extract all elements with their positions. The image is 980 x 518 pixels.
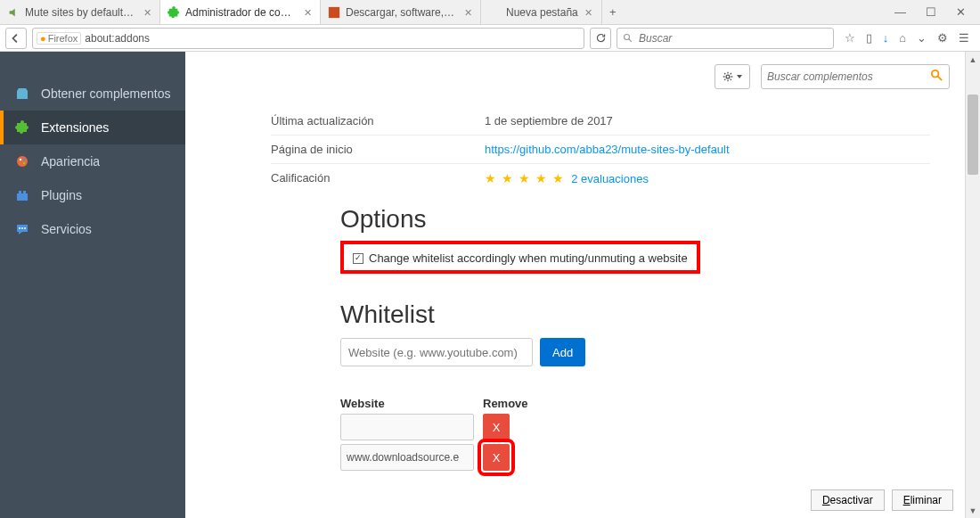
meta-label: Última actualización [271, 114, 485, 127]
sidebar-item-label: Apariencia [41, 154, 100, 169]
svg-point-13 [726, 75, 730, 78]
sidebar-item-label: Extensiones [41, 120, 109, 135]
whitelist-title: Whitelist [340, 300, 925, 329]
dev-icon[interactable]: ⚙ [937, 31, 948, 45]
sidebar-toggle-icon[interactable]: ▯ [866, 31, 872, 45]
homepage-link[interactable]: https://github.com/abba23/mute-sites-by-… [485, 143, 730, 156]
volume-off-icon [7, 6, 20, 19]
url-bar[interactable]: ● Firefox about:addons [32, 28, 584, 49]
sidebar-item-label: Servicios [41, 222, 92, 236]
addon-search-box[interactable] [761, 64, 950, 89]
highlight-annotation: ✓ Change whitelist accordingly when muti… [340, 241, 700, 274]
blank-icon [488, 6, 501, 19]
scroll-thumb[interactable] [968, 95, 978, 175]
scroll-down-button[interactable]: ▼ [966, 503, 980, 518]
sidebar-item-label: Plugins [41, 188, 82, 202]
reload-button[interactable] [590, 28, 611, 49]
home-icon[interactable]: ⌂ [899, 31, 906, 45]
tab-label: Nueva pestaña [506, 6, 578, 19]
search-icon[interactable] [930, 69, 943, 85]
meta-label: Calificación [271, 171, 485, 185]
meta-value: 1 de septiembre de 2017 [485, 114, 930, 127]
remove-button[interactable]: EEliminarliminar [892, 489, 953, 511]
sidebar-item-plugins[interactable]: Plugins [0, 178, 185, 212]
search-icon [623, 33, 633, 44]
store-icon [14, 86, 30, 102]
svg-point-14 [932, 70, 939, 78]
addon-options-panel: Options ✓ Change whitelist accordingly w… [340, 205, 925, 471]
close-icon[interactable]: ✕ [462, 7, 473, 18]
whitelist-entry-input[interactable] [340, 414, 474, 440]
search-input[interactable] [639, 32, 828, 45]
col-header-remove: Remove [483, 397, 545, 410]
puzzle-icon [14, 119, 30, 136]
gear-icon [722, 70, 734, 83]
addon-meta-table: Última actualización 1 de septiembre de … [271, 107, 930, 193]
vertical-scrollbar[interactable]: ▲ ▼ [965, 52, 980, 518]
table-header: Website Remove [340, 397, 925, 410]
close-icon[interactable]: ✕ [142, 7, 152, 18]
sidebar-item-label: Obtener complementos [41, 86, 171, 101]
tab-label: Mute sites by default :: C… [25, 6, 136, 19]
toolbar-icons: ☆ ▯ ↓ ⌂ ⌄ ⚙ ☰ [839, 31, 975, 45]
svg-point-6 [23, 162, 25, 164]
table-row: X [340, 414, 925, 440]
reviews-link[interactable]: 2 evaluaciones [571, 172, 649, 185]
whitelist-add-row: Add [340, 338, 925, 366]
window-controls: — ☐ ✕ [880, 0, 980, 24]
puzzle-icon [167, 6, 180, 19]
whitelist-add-button[interactable]: Add [540, 338, 585, 366]
addon-detail-pane: Última actualización 1 de septiembre de … [185, 52, 980, 518]
addon-search-input[interactable] [767, 70, 930, 83]
identity-label: Firefox [48, 33, 78, 44]
minimize-button[interactable]: — [894, 5, 906, 19]
close-icon[interactable]: ✕ [302, 7, 313, 18]
sidebar-item-appearance[interactable]: Apariencia [0, 144, 185, 178]
options-title: Options [340, 205, 925, 234]
pocket-icon[interactable]: ⌄ [917, 31, 927, 45]
search-bar[interactable] [617, 28, 834, 49]
checkbox-checked-icon[interactable]: ✓ [353, 253, 363, 264]
meta-row-last-update: Última actualización 1 de septiembre de … [271, 107, 930, 136]
browser-tab[interactable]: Nueva pestaña ✕ [481, 0, 602, 24]
disable-button[interactable]: DDesactivaresactivar [811, 489, 885, 511]
tab-label: Descargar, software, control… [346, 6, 457, 19]
remove-entry-button[interactable]: X [483, 414, 510, 440]
scroll-up-button[interactable]: ▲ [966, 52, 980, 67]
tools-menu-button[interactable] [715, 64, 750, 89]
lego-icon [14, 187, 30, 203]
bookmark-star-icon[interactable]: ☆ [845, 31, 855, 45]
addon-footer-buttons: DDesactivaresactivar EEliminarliminar [811, 489, 953, 511]
sidebar-item-extensions[interactable]: Extensiones [0, 111, 185, 144]
menu-icon[interactable]: ☰ [959, 31, 969, 45]
chevron-down-icon [736, 73, 743, 80]
sidebar-item-services[interactable]: Servicios [0, 212, 185, 246]
whitelist-entry-input[interactable] [340, 444, 474, 471]
svg-point-12 [24, 227, 26, 229]
svg-point-3 [17, 156, 28, 167]
svg-point-1 [625, 34, 630, 39]
meta-row-homepage: Página de inicio https://github.com/abba… [271, 136, 930, 164]
sidebar-item-get-addons[interactable]: Obtener complementos [0, 77, 185, 111]
whitelist-site-input[interactable] [340, 338, 533, 366]
close-icon[interactable]: ✕ [584, 7, 594, 18]
identity-box[interactable]: ● Firefox [37, 32, 81, 45]
svg-point-10 [19, 227, 20, 229]
remove-entry-button[interactable]: X [483, 444, 510, 471]
new-tab-button[interactable]: + [602, 0, 624, 24]
browser-tab[interactable]: Administrador de complem… ✕ [160, 0, 321, 24]
col-header-website: Website [340, 397, 483, 410]
tab-strip: Mute sites by default :: C… ✕ Administra… [0, 0, 880, 24]
firefox-icon: ● [40, 33, 46, 44]
browser-tab[interactable]: Mute sites by default :: C… ✕ [0, 0, 160, 24]
maximize-button[interactable]: ☐ [926, 5, 936, 19]
svg-point-11 [21, 227, 23, 229]
nav-bar: ● Firefox about:addons ☆ ▯ ↓ ⌂ ⌄ ⚙ ☰ [0, 25, 980, 52]
checkbox-label: Change whitelist accordingly when muting… [369, 251, 688, 265]
whitelist-sync-option[interactable]: ✓ Change whitelist accordingly when muti… [353, 251, 688, 265]
content-area: Obtener complementos Extensiones Aparien… [0, 52, 980, 518]
browser-tab[interactable]: Descargar, software, control… ✕ [321, 0, 481, 24]
back-button[interactable] [5, 28, 27, 49]
close-window-button[interactable]: ✕ [956, 5, 966, 19]
downloads-icon[interactable]: ↓ [883, 31, 889, 45]
